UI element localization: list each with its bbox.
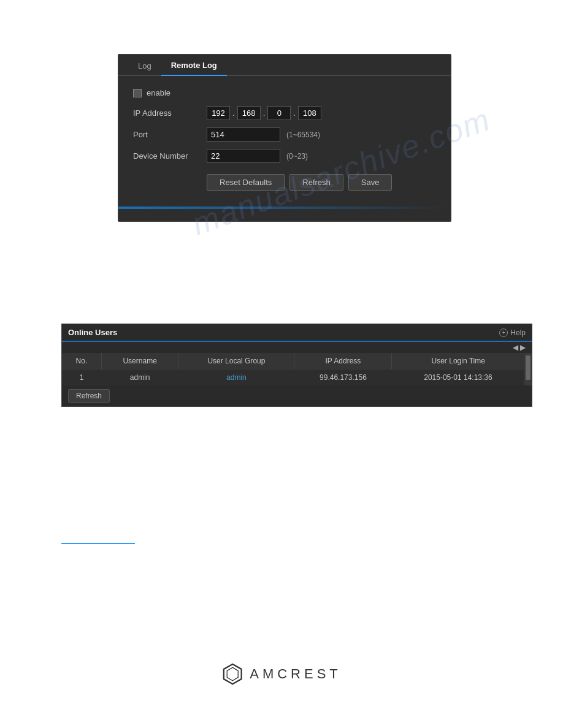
- refresh-button[interactable]: Refresh: [289, 174, 343, 191]
- ip-part-2[interactable]: [237, 106, 261, 120]
- help-label: Help: [510, 328, 526, 337]
- cell-ip-address: 99.46.173.156: [294, 370, 392, 386]
- ip-part-4[interactable]: [298, 106, 321, 120]
- col-username: Username: [101, 353, 178, 370]
- ip-dot-1: .: [231, 108, 236, 118]
- table-scroll: No. Username User Local Group IP Address…: [62, 353, 524, 385]
- ip-address-row: IP Address . . .: [133, 106, 436, 120]
- svg-marker-1: [227, 667, 238, 681]
- enable-row: enable: [133, 88, 436, 97]
- ip-dot-3: .: [292, 108, 297, 118]
- device-number-input[interactable]: [207, 149, 280, 163]
- help-icon[interactable]: +: [499, 328, 508, 337]
- tab-log[interactable]: Log: [128, 55, 161, 75]
- enable-label: enable: [147, 88, 170, 97]
- tab-remote-log[interactable]: Remote Log: [161, 55, 227, 76]
- enable-checkbox[interactable]: [133, 89, 142, 97]
- online-users-title: Online Users: [68, 328, 117, 337]
- ip-part-1[interactable]: [207, 106, 230, 120]
- reset-defaults-button[interactable]: Reset Defaults: [207, 174, 285, 191]
- table-header-row: No. Username User Local Group IP Address…: [62, 353, 524, 370]
- tabs-row: Log Remote Log: [118, 55, 451, 76]
- table-container: No. Username User Local Group IP Address…: [62, 353, 532, 385]
- save-button[interactable]: Save: [348, 174, 393, 191]
- device-number-row: Device Number (0~23): [133, 149, 436, 163]
- help-area: + Help: [499, 328, 526, 337]
- col-no: No.: [62, 353, 101, 370]
- online-users-panel: Online Users + Help ◀ ▶ No. Username Use…: [61, 324, 532, 407]
- amcrest-logo-icon: [221, 663, 243, 685]
- scrollbar[interactable]: [524, 353, 532, 385]
- online-users-refresh-button[interactable]: Refresh: [68, 389, 110, 403]
- buttons-row: Reset Defaults Refresh Save: [133, 174, 436, 191]
- panel-body: enable IP Address . . . Port (1~65534) D…: [118, 76, 451, 197]
- port-label: Port: [133, 130, 207, 139]
- page-nav: ◀ ▶: [513, 343, 526, 352]
- ip-address-label: IP Address: [133, 108, 207, 118]
- scrollbar-thumb[interactable]: [526, 355, 530, 380]
- table-row: 1 admin admin 99.46.173.156 2015-05-01 1…: [62, 370, 524, 386]
- ip-inputs: . . .: [207, 106, 321, 120]
- online-users-subheader: ◀ ▶: [62, 342, 532, 353]
- col-login-time: User Login Time: [392, 353, 524, 370]
- cell-user-local-group: admin: [178, 370, 294, 386]
- ip-part-3[interactable]: [267, 106, 291, 120]
- cell-login-time: 2015-05-01 14:13:36: [392, 370, 524, 386]
- section-line: [61, 543, 135, 544]
- port-hint: (1~65534): [286, 131, 320, 139]
- col-ip-address: IP Address: [294, 353, 392, 370]
- online-users-footer: Refresh: [62, 385, 532, 406]
- online-users-header: Online Users + Help: [62, 324, 532, 342]
- device-number-label: Device Number: [133, 151, 207, 161]
- port-row: Port (1~65534): [133, 127, 436, 142]
- port-input[interactable]: [207, 127, 280, 142]
- remote-log-panel: Log Remote Log enable IP Address . . . P…: [118, 54, 451, 222]
- panel-accent-bar: [118, 207, 451, 209]
- amcrest-logo-text: AMCREST: [250, 666, 342, 682]
- col-user-local-group: User Local Group: [178, 353, 294, 370]
- amcrest-logo: AMCREST: [221, 663, 342, 685]
- online-users-table: No. Username User Local Group IP Address…: [62, 353, 524, 385]
- device-number-hint: (0~23): [286, 152, 308, 161]
- cell-username: admin: [101, 370, 178, 386]
- ip-dot-2: .: [262, 108, 267, 118]
- cell-no: 1: [62, 370, 101, 386]
